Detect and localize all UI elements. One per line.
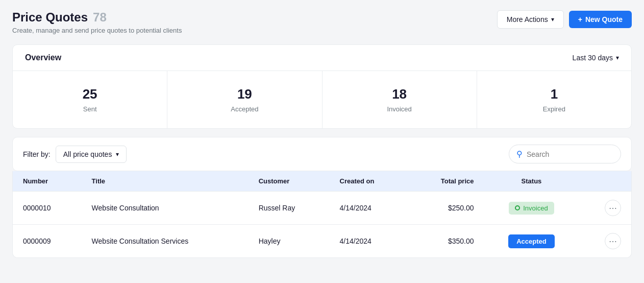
header-left: Price Quotes 78 Create, manage and send … bbox=[12, 10, 182, 34]
stat-sent: 25 Sent bbox=[13, 71, 167, 128]
stat-accepted-value: 19 bbox=[237, 86, 252, 102]
cell-customer: Hayley bbox=[249, 225, 330, 258]
cell-number: 0000009 bbox=[13, 225, 82, 258]
stat-accepted-label: Accepted bbox=[231, 105, 258, 113]
cell-created-on: 4/14/2024 bbox=[330, 192, 408, 225]
stat-invoiced: 18 Invoiced bbox=[323, 71, 477, 128]
status-badge-accepted: Accepted bbox=[508, 234, 555, 248]
stat-expired: 1 Expired bbox=[477, 71, 631, 128]
chevron-down-icon: ▾ bbox=[116, 151, 119, 158]
page-header: Price Quotes 78 Create, manage and send … bbox=[12, 10, 632, 34]
more-actions-label: More Actions bbox=[507, 15, 548, 23]
table-row[interactable]: 0000009 Website Consultation Services Ha… bbox=[13, 225, 631, 258]
row-actions-button[interactable]: ⋯ bbox=[605, 200, 621, 216]
col-actions bbox=[579, 171, 631, 192]
filter-left: Filter by: All price quotes ▾ bbox=[23, 146, 127, 163]
cell-status: Invoiced bbox=[484, 192, 579, 225]
stat-invoiced-value: 18 bbox=[392, 86, 407, 102]
new-quote-button[interactable]: + New Quote bbox=[569, 11, 632, 28]
col-status: Status bbox=[484, 171, 579, 192]
overview-stats: 25 Sent 19 Accepted 18 Invoiced 1 Expire… bbox=[13, 71, 631, 128]
filter-search-bar: Filter by: All price quotes ▾ ⚲ bbox=[12, 137, 632, 171]
col-created-on: Created on bbox=[330, 171, 408, 192]
col-customer: Customer bbox=[249, 171, 330, 192]
page-title: Price Quotes 78 bbox=[12, 10, 182, 25]
new-quote-prefix: + bbox=[578, 15, 582, 23]
cell-created-on: 4/14/2024 bbox=[330, 225, 408, 258]
col-title: Title bbox=[82, 171, 249, 192]
stat-accepted: 19 Accepted bbox=[167, 71, 322, 128]
search-icon: ⚲ bbox=[516, 149, 523, 159]
overview-card: Overview Last 30 days ▾ 25 Sent 19 Accep… bbox=[12, 44, 632, 129]
table-container: Number Title Customer Created on Total p… bbox=[12, 171, 632, 258]
header-actions: More Actions ▾ + New Quote bbox=[497, 10, 632, 29]
invoiced-dot-icon bbox=[515, 205, 520, 210]
status-badge-invoiced: Invoiced bbox=[509, 202, 554, 215]
table-header-row: Number Title Customer Created on Total p… bbox=[13, 171, 631, 192]
row-actions-button[interactable]: ⋯ bbox=[605, 233, 621, 249]
search-box[interactable]: ⚲ bbox=[509, 145, 621, 163]
stat-expired-label: Expired bbox=[543, 105, 565, 113]
filter-dropdown[interactable]: All price quotes ▾ bbox=[56, 146, 127, 163]
page-count: 78 bbox=[93, 10, 107, 25]
cell-actions: ⋯ bbox=[579, 192, 631, 225]
quotes-table: Number Title Customer Created on Total p… bbox=[13, 171, 631, 257]
new-quote-label: New Quote bbox=[585, 15, 623, 23]
cell-status: Accepted bbox=[484, 225, 579, 258]
chevron-down-icon: ▾ bbox=[551, 16, 554, 23]
col-total-price: Total price bbox=[408, 171, 484, 192]
cell-number: 0000010 bbox=[13, 192, 82, 225]
date-filter-dropdown[interactable]: Last 30 days ▾ bbox=[573, 54, 619, 62]
cell-title: Website Consultation bbox=[82, 192, 249, 225]
col-number: Number bbox=[13, 171, 82, 192]
page-subtitle: Create, manage and send price quotes to … bbox=[12, 27, 182, 34]
cell-actions: ⋯ bbox=[579, 225, 631, 258]
filter-label: Filter by: bbox=[23, 150, 51, 158]
stat-expired-value: 1 bbox=[551, 86, 558, 102]
page-title-text: Price Quotes bbox=[12, 10, 88, 25]
cell-total-price: $250.00 bbox=[408, 192, 484, 225]
more-actions-button[interactable]: More Actions ▾ bbox=[497, 10, 564, 29]
stat-invoiced-label: Invoiced bbox=[387, 105, 411, 113]
filter-value: All price quotes bbox=[63, 150, 112, 158]
overview-title: Overview bbox=[25, 53, 61, 62]
cell-title: Website Consultation Services bbox=[82, 225, 249, 258]
stat-sent-value: 25 bbox=[83, 86, 97, 102]
chevron-down-icon: ▾ bbox=[616, 54, 619, 61]
table-row[interactable]: 0000010 Website Consultation Russel Ray … bbox=[13, 192, 631, 225]
overview-header: Overview Last 30 days ▾ bbox=[13, 45, 631, 71]
date-filter-label: Last 30 days bbox=[573, 54, 613, 62]
cell-total-price: $350.00 bbox=[408, 225, 484, 258]
cell-customer: Russel Ray bbox=[249, 192, 330, 225]
stat-sent-label: Sent bbox=[83, 105, 97, 113]
search-input[interactable] bbox=[527, 150, 613, 158]
